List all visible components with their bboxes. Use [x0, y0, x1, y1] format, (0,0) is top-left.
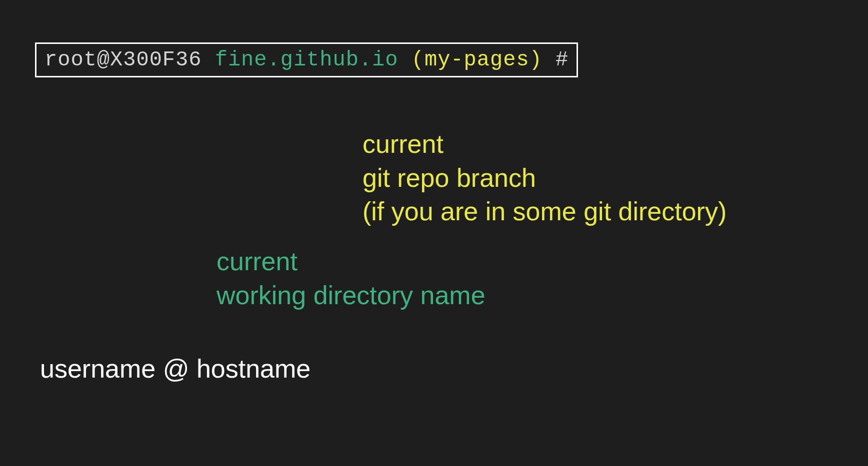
- prompt-branch: (my-pages): [412, 48, 542, 72]
- branch-annotation-line2: git repo branch: [362, 161, 726, 195]
- directory-annotation: current working directory name: [216, 245, 486, 312]
- userhost-annotation-line1: username @ hostname: [40, 352, 310, 386]
- userhost-annotation: username @ hostname: [40, 352, 310, 386]
- prompt-suffix: #: [556, 48, 568, 72]
- directory-annotation-line1: current: [216, 245, 486, 279]
- prompt-repo: fine.github.io: [215, 48, 398, 72]
- branch-annotation: current git repo branch (if you are in s…: [362, 127, 726, 229]
- prompt-user-host: root@X300F36: [44, 48, 202, 72]
- directory-annotation-line2: working directory name: [216, 279, 486, 313]
- branch-annotation-line3: (if you are in some git directory): [362, 195, 726, 229]
- branch-annotation-line1: current: [362, 127, 726, 161]
- terminal-prompt-box: root@X300F36 fine.github.io (my-pages) #: [35, 42, 578, 77]
